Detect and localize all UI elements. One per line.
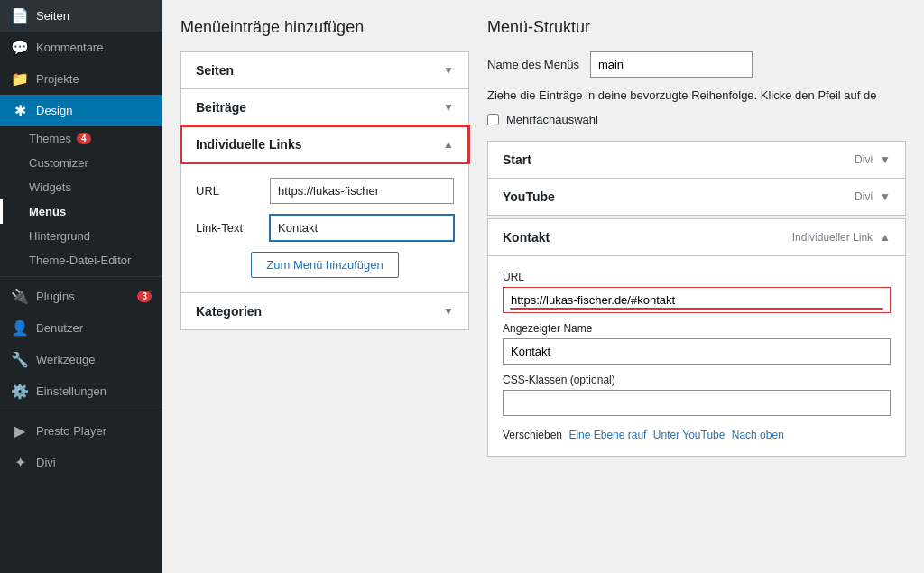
sidebar-item-label: Divi bbox=[36, 456, 152, 469]
accordion-seiten-label: Seiten bbox=[196, 63, 234, 78]
accordion-kategorien-header[interactable]: Kategorien ▼ bbox=[181, 293, 468, 329]
sidebar-sub-menus[interactable]: Menüs bbox=[0, 199, 162, 224]
accordion-kategorien: Kategorien ▼ bbox=[180, 292, 469, 330]
sidebar-item-label: Kommentare bbox=[36, 41, 152, 54]
sidebar-item-label: Benutzer bbox=[36, 321, 152, 335]
chevron-down-icon: ▼ bbox=[880, 190, 891, 203]
url-input[interactable] bbox=[270, 178, 454, 204]
sidebar-sub-customizer[interactable]: Customizer bbox=[0, 151, 162, 175]
url-label: URL bbox=[196, 184, 259, 198]
chevron-up-icon: ▲ bbox=[443, 138, 454, 151]
widgets-label: Widgets bbox=[29, 180, 71, 194]
themes-badge: 4 bbox=[77, 133, 91, 144]
add-to-menu-button[interactable]: Zum Menü hinzufügen bbox=[251, 252, 398, 278]
sidebar-item-werkzeuge[interactable]: 🔧 Werkzeuge bbox=[0, 344, 162, 375]
menu-item-youtube-header[interactable]: YouTube Divi ▼ bbox=[488, 179, 905, 215]
menu-item-kontakt-title: Kontakt bbox=[503, 230, 550, 245]
accordion-kategorien-label: Kategorien bbox=[196, 304, 262, 319]
left-panel-title: Menüeinträge hinzufügen bbox=[180, 18, 469, 37]
url-field-container bbox=[503, 287, 891, 322]
projects-icon: 📁 bbox=[11, 70, 29, 88]
sidebar-item-label: Seiten bbox=[36, 9, 152, 23]
accordion-links-content: URL Link-Text Zum Menü hinzufügen bbox=[181, 162, 468, 292]
menu-name-input[interactable] bbox=[590, 51, 753, 78]
sidebar-item-benutzer[interactable]: 👤 Benutzer bbox=[0, 312, 162, 344]
divider2 bbox=[0, 411, 162, 411]
divider bbox=[0, 276, 162, 277]
accordion-individuelle-links: Individuelle Links ▲ URL Link-Text Zum M… bbox=[180, 125, 469, 293]
sidebar-item-divi[interactable]: ✦ Divi bbox=[0, 447, 162, 478]
menu-item-kontakt: Kontakt Individueller Link ▲ URL Angezei… bbox=[487, 218, 906, 457]
plugins-badge: 3 bbox=[137, 291, 152, 302]
menu-item-kontakt-meta: Individueller Link bbox=[792, 231, 873, 244]
chevron-down-icon: ▼ bbox=[880, 153, 891, 166]
accordion-beitraege-header[interactable]: Beiträge ▼ bbox=[181, 89, 468, 125]
sidebar: 📄 Seiten 💬 Kommentare 📁 Projekte ✱ Desig… bbox=[0, 0, 162, 573]
chevron-down-icon: ▼ bbox=[443, 305, 454, 318]
accordion-seiten: Seiten ▼ bbox=[180, 51, 469, 89]
link-text-input[interactable] bbox=[270, 215, 454, 241]
sidebar-item-presto-player[interactable]: ▶ Presto Player bbox=[0, 415, 162, 447]
menu-item-youtube-title: YouTube bbox=[503, 189, 555, 204]
presto-icon: ▶ bbox=[11, 422, 29, 439]
accordion-links-header[interactable]: Individuelle Links ▲ bbox=[181, 126, 468, 162]
kontakt-css-input[interactable] bbox=[503, 390, 891, 416]
main-content: Menüeinträge hinzufügen Seiten ▼ Beiträg… bbox=[162, 0, 924, 573]
sidebar-sub-themes[interactable]: Themes 4 bbox=[0, 126, 162, 151]
mehrfachauswahl-checkbox[interactable] bbox=[487, 114, 499, 125]
url-field-label: URL bbox=[503, 271, 891, 283]
left-panel: Menüeinträge hinzufügen Seiten ▼ Beiträg… bbox=[180, 18, 469, 555]
menu-name-row: Name des Menüs bbox=[487, 51, 906, 78]
comments-icon: 💬 bbox=[11, 39, 29, 56]
sidebar-item-design[interactable]: ✱ Design bbox=[0, 95, 162, 126]
move-link-0[interactable]: Eine Ebene rauf bbox=[568, 429, 646, 441]
menus-label: Menüs bbox=[29, 205, 66, 218]
settings-icon: ⚙️ bbox=[11, 383, 29, 400]
move-link-2[interactable]: Nach oben bbox=[732, 429, 784, 441]
chevron-up-icon: ▲ bbox=[880, 231, 891, 244]
checkbox-row: Mehrfachauswahl bbox=[487, 113, 906, 126]
instruction-text: Ziehe die Einträge in deine bevorzugte R… bbox=[487, 88, 906, 102]
menu-item-start-header[interactable]: Start Divi ▼ bbox=[488, 142, 905, 178]
move-label: Verschieben bbox=[503, 429, 562, 441]
menu-name-label: Name des Menüs bbox=[487, 58, 579, 71]
content-area: Menüeinträge hinzufügen Seiten ▼ Beiträg… bbox=[162, 0, 924, 573]
sidebar-sub-hintergrund[interactable]: Hintergrund bbox=[0, 224, 162, 248]
plugins-icon: 🔌 bbox=[11, 288, 29, 305]
url-row: URL bbox=[196, 178, 454, 204]
accordion-seiten-header[interactable]: Seiten ▼ bbox=[181, 52, 468, 88]
kontakt-name-input[interactable] bbox=[503, 338, 891, 365]
sidebar-item-label: Einstellungen bbox=[36, 384, 152, 398]
sidebar-item-projekte[interactable]: 📁 Projekte bbox=[0, 63, 162, 95]
move-link-1[interactable]: Unter YouTube bbox=[653, 429, 725, 441]
menu-item-kontakt-header[interactable]: Kontakt Individueller Link ▲ bbox=[488, 219, 905, 255]
tools-icon: 🔧 bbox=[11, 351, 29, 368]
link-text-row: Link-Text bbox=[196, 215, 454, 241]
divi-icon: ✦ bbox=[11, 454, 29, 471]
mehrfachauswahl-label: Mehrfachauswahl bbox=[506, 113, 598, 126]
customizer-label: Customizer bbox=[29, 156, 88, 170]
sidebar-sub-theme-editor[interactable]: Theme-Datei-Editor bbox=[0, 248, 162, 273]
sidebar-sub-widgets[interactable]: Widgets bbox=[0, 175, 162, 199]
name-field-label: Angezeigter Name bbox=[503, 322, 891, 335]
sidebar-item-plugins[interactable]: 🔌 Plugins 3 bbox=[0, 281, 162, 312]
sidebar-item-einstellungen[interactable]: ⚙️ Einstellungen bbox=[0, 375, 162, 407]
pages-icon: 📄 bbox=[11, 7, 29, 24]
chevron-down-icon: ▼ bbox=[443, 64, 454, 77]
menu-item-start-meta: Divi bbox=[855, 153, 873, 166]
sidebar-item-label: Design bbox=[36, 104, 152, 117]
right-panel-title: Menü-Struktur bbox=[487, 18, 906, 37]
users-icon: 👤 bbox=[11, 319, 29, 337]
hintergrund-label: Hintergrund bbox=[29, 229, 90, 243]
sidebar-item-label: Presto Player bbox=[36, 424, 152, 438]
design-icon: ✱ bbox=[11, 102, 29, 119]
sidebar-item-seiten[interactable]: 📄 Seiten bbox=[0, 0, 162, 32]
link-text-label: Link-Text bbox=[196, 221, 259, 235]
sidebar-item-kommentare[interactable]: 💬 Kommentare bbox=[0, 32, 162, 63]
accordion-beitraege: Beiträge ▼ bbox=[180, 88, 469, 126]
css-field-label: CSS-Klassen (optional) bbox=[503, 374, 891, 386]
themes-label: Themes bbox=[29, 132, 71, 145]
menu-item-start: Start Divi ▼ bbox=[487, 141, 906, 179]
right-panel: Menü-Struktur Name des Menüs Ziehe die E… bbox=[487, 18, 906, 555]
menu-item-start-title: Start bbox=[503, 152, 531, 167]
